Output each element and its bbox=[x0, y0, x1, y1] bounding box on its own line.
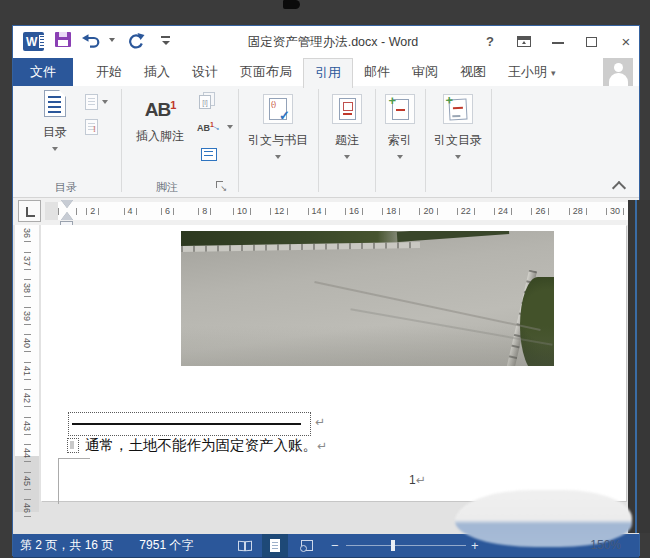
text-boundary-corner bbox=[58, 458, 59, 504]
save-icon[interactable] bbox=[55, 32, 71, 47]
citations-icon: (-)✓ bbox=[269, 98, 287, 120]
undo-dropdown-arrow-icon[interactable] bbox=[109, 38, 115, 42]
hanging-indent-marker[interactable] bbox=[61, 212, 73, 220]
qat-customize-icon[interactable] bbox=[161, 36, 171, 46]
tab-视图[interactable]: 视图 bbox=[449, 58, 497, 86]
zoom-out-button[interactable]: − bbox=[331, 534, 339, 557]
desktop-backdrop: W 固定资产管理办法.docx - Word ? × 文件开始插入设计页面布局引… bbox=[0, 0, 650, 558]
tab-开始[interactable]: 开始 bbox=[85, 58, 133, 86]
v-ruler-number: 40 bbox=[15, 331, 39, 355]
avatar-body bbox=[609, 73, 628, 86]
stray-mark bbox=[283, 0, 300, 9]
v-ruler-number: 43 bbox=[15, 414, 39, 438]
tab-插入[interactable]: 插入 bbox=[133, 58, 181, 86]
user-avatar[interactable] bbox=[603, 58, 633, 86]
read-mode-button[interactable] bbox=[232, 534, 258, 557]
minimize-button[interactable] bbox=[544, 26, 572, 58]
insert-endnote-button[interactable]: [i] bbox=[199, 92, 217, 109]
tab-页面布局[interactable]: 页面布局 bbox=[229, 58, 303, 86]
close-button[interactable]: × bbox=[612, 26, 640, 58]
next-footnote-button[interactable]: AB1 → bbox=[197, 120, 233, 133]
index-dropdown-arrow-icon bbox=[397, 155, 403, 159]
citations-bibliography-button[interactable]: (-)✓ 引文与书目 bbox=[241, 86, 315, 198]
tab-stop-icon bbox=[26, 207, 35, 217]
tab-user[interactable]: 王小明 bbox=[497, 58, 567, 86]
show-notes-button[interactable] bbox=[201, 148, 217, 161]
window-title: 固定资产管理办法.docx - Word bbox=[183, 26, 483, 58]
v-ruler-number: 45 bbox=[15, 469, 39, 493]
page-indicator[interactable]: 第 2 页，共 16 页 bbox=[20, 537, 113, 554]
ruler-left-margin bbox=[45, 202, 58, 220]
tab-selector[interactable] bbox=[18, 200, 41, 222]
update-toc-button[interactable]: ! bbox=[85, 119, 98, 135]
tab-引用[interactable]: 引用 bbox=[303, 58, 353, 88]
footnotes-dialog-launcher[interactable] bbox=[216, 181, 226, 191]
word-window: W 固定资产管理办法.docx - Word ? × 文件开始插入设计页面布局引… bbox=[12, 25, 640, 556]
h-ruler-number: 4 bbox=[112, 202, 149, 220]
toc-button[interactable]: 目录 bbox=[29, 90, 81, 151]
table-of-authorities-button[interactable]: + 引文目录 bbox=[427, 86, 489, 198]
pavement-photo[interactable] bbox=[181, 231, 554, 366]
footnote-text[interactable]: 通常，土地不能作为固定资产入账。↵ bbox=[85, 436, 327, 455]
add-text-button[interactable] bbox=[85, 94, 108, 110]
h-ruler-number: 26 bbox=[522, 202, 559, 220]
h-ruler-number: 14 bbox=[298, 202, 335, 220]
first-line-indent-marker[interactable] bbox=[61, 200, 73, 208]
text-boundary-corner bbox=[58, 458, 90, 459]
maximize-button[interactable] bbox=[578, 26, 606, 58]
captions-button[interactable]: 题注 bbox=[322, 86, 372, 198]
ribbon-display-options-button[interactable] bbox=[510, 26, 538, 58]
read-mode-icon bbox=[238, 540, 245, 551]
v-ruler-number: 41 bbox=[15, 359, 39, 383]
h-ruler-number: 8 bbox=[186, 202, 223, 220]
web-layout-button[interactable] bbox=[294, 534, 320, 557]
ribbon-display-icon bbox=[517, 36, 531, 47]
h-ruler-number: 12 bbox=[261, 202, 298, 220]
update-toc-icon: ! bbox=[85, 119, 98, 135]
user-dropdown-arrow-icon bbox=[547, 64, 556, 79]
h-ruler-number: 10 bbox=[224, 202, 261, 220]
redo-icon[interactable] bbox=[128, 33, 145, 49]
vertical-ruler: 3637383940414243444546 bbox=[15, 225, 39, 512]
undo-icon[interactable] bbox=[81, 34, 101, 49]
insert-footnote-icon: AB1 bbox=[145, 94, 176, 121]
print-layout-button[interactable] bbox=[262, 534, 288, 557]
footnote-separator-line bbox=[72, 423, 301, 425]
tab-设计[interactable]: 设计 bbox=[181, 58, 229, 86]
background-app-strip bbox=[628, 200, 650, 533]
footnote-separator-frame[interactable] bbox=[68, 412, 311, 436]
ribbon-tab-row: 文件开始插入设计页面布局引用邮件审阅视图王小明 bbox=[13, 58, 639, 87]
insert-endnote-icon: [i] bbox=[199, 92, 217, 109]
print-layout-icon bbox=[270, 539, 280, 552]
paragraph-mark: ↵ bbox=[315, 415, 325, 429]
tab-strip: 文件开始插入设计页面布局引用邮件审阅视图王小明 bbox=[13, 58, 639, 86]
ruler-row: 24681012141618202224262830 bbox=[13, 198, 639, 225]
v-ruler-number: 42 bbox=[15, 386, 39, 410]
v-ruler-number: 37 bbox=[15, 249, 39, 273]
toc-group-label: 目录 bbox=[13, 180, 119, 195]
zoom-slider-handle[interactable] bbox=[391, 540, 395, 551]
tab-审阅[interactable]: 审阅 bbox=[401, 58, 449, 86]
citations-dropdown-arrow-icon bbox=[275, 155, 281, 159]
footnote-reference-box[interactable] bbox=[67, 438, 79, 453]
h-ruler-number: 18 bbox=[373, 202, 410, 220]
zoom-slider-track[interactable] bbox=[346, 545, 466, 546]
h-ruler-number: 22 bbox=[447, 202, 484, 220]
captions-icon bbox=[339, 98, 356, 120]
page-number-text[interactable]: 1↵ bbox=[409, 473, 426, 487]
zoom-percentage[interactable]: 150% bbox=[573, 538, 621, 552]
word-count[interactable]: 7951 个字 bbox=[139, 537, 193, 554]
h-ruler-number: 16 bbox=[335, 202, 372, 220]
avatar-head bbox=[614, 63, 623, 72]
index-button[interactable]: + 索引 bbox=[378, 86, 422, 198]
v-ruler-number: 44 bbox=[15, 441, 39, 465]
h-ruler-number: 28 bbox=[559, 202, 596, 220]
tab-file[interactable]: 文件 bbox=[13, 58, 73, 86]
help-button[interactable]: ? bbox=[476, 26, 504, 58]
paragraph-mark: ↵ bbox=[317, 439, 327, 453]
tab-邮件[interactable]: 邮件 bbox=[353, 58, 401, 86]
collapse-ribbon-icon[interactable] bbox=[612, 181, 626, 195]
word-logo-icon[interactable]: W bbox=[23, 32, 44, 51]
document-area: 3637383940414243444546 ↵ 通常，土地不能作为固定资产入账… bbox=[13, 225, 639, 534]
insert-footnote-button[interactable]: AB1 插入脚注 bbox=[129, 94, 191, 145]
